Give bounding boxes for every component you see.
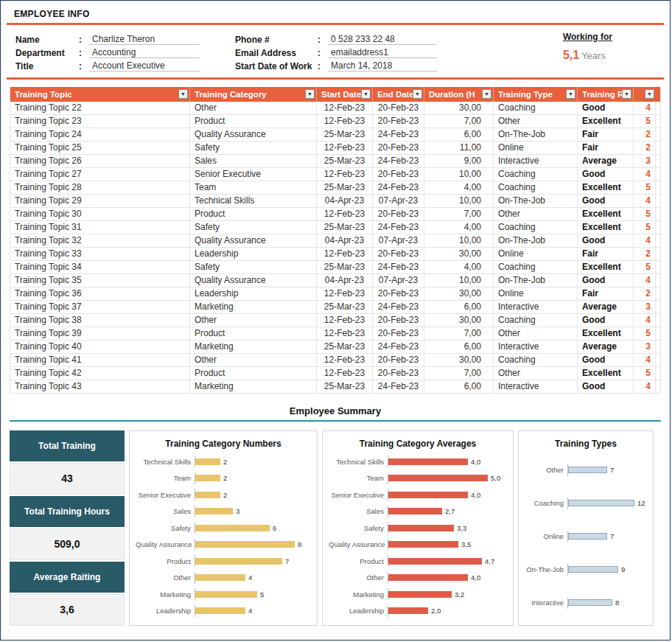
table-cell[interactable]: 24-Feb-23 xyxy=(373,380,424,393)
table-cell[interactable]: On-The-Job xyxy=(494,128,578,141)
table-cell[interactable]: Product xyxy=(190,115,317,128)
table-cell[interactable]: Fair xyxy=(578,128,634,141)
info-field-value[interactable]: Charlize Theron xyxy=(89,34,200,45)
table-cell[interactable]: 12-Feb-23 xyxy=(317,314,373,327)
table-cell[interactable]: 5 xyxy=(634,208,656,220)
table-cell[interactable]: Coaching xyxy=(494,168,578,181)
table-cell[interactable]: Fair xyxy=(578,287,634,300)
table-cell[interactable]: 3 xyxy=(634,341,656,353)
table-cell[interactable]: Excellent xyxy=(578,221,634,234)
filter-dropdown-icon[interactable]: ▼ xyxy=(482,89,491,99)
table-cell[interactable]: Product xyxy=(190,208,317,220)
table-cell[interactable]: Training Topic 23 xyxy=(10,115,190,128)
table-cell[interactable]: Other xyxy=(190,102,317,114)
table-cell[interactable]: 25-Mar-23 xyxy=(317,380,373,393)
table-cell[interactable]: Leadership xyxy=(190,287,317,300)
table-cell[interactable]: Quality Assurance xyxy=(190,128,317,141)
table-cell[interactable]: 6,00 xyxy=(424,341,494,353)
table-cell[interactable]: 12-Feb-23 xyxy=(317,248,373,260)
table-cell[interactable]: Product xyxy=(190,327,317,340)
table-cell[interactable]: 24-Feb-23 xyxy=(373,128,424,141)
table-cell[interactable]: 4 xyxy=(634,234,656,247)
table-cell[interactable]: Senior Executive xyxy=(190,168,317,181)
table-cell[interactable]: 24-Feb-23 xyxy=(373,181,424,194)
table-cell[interactable]: 5 xyxy=(634,327,656,340)
table-cell[interactable]: Training Topic 24 xyxy=(10,128,190,141)
table-cell[interactable]: Excellent xyxy=(578,367,634,380)
table-cell[interactable]: Training Topic 38 xyxy=(10,314,190,327)
table-cell[interactable]: 11,00 xyxy=(424,142,494,154)
table-cell[interactable]: 20-Feb-23 xyxy=(373,314,424,327)
table-cell[interactable]: 7,00 xyxy=(424,208,494,220)
filter-dropdown-icon[interactable]: ▼ xyxy=(178,89,188,99)
table-cell[interactable]: 20-Feb-23 xyxy=(373,168,424,181)
table-cell[interactable]: Excellent xyxy=(578,208,634,220)
table-cell[interactable]: Other xyxy=(494,115,578,128)
table-cell[interactable]: Coaching xyxy=(494,354,578,366)
table-cell[interactable]: 25-Mar-23 xyxy=(317,128,373,141)
table-cell[interactable]: 7,00 xyxy=(424,115,494,128)
table-cell[interactable]: 30,00 xyxy=(424,287,494,300)
info-field-value[interactable]: Account Executive xyxy=(89,60,200,71)
table-cell[interactable]: Average xyxy=(578,301,634,313)
table-cell[interactable]: Training Topic 30 xyxy=(10,208,190,220)
table-cell[interactable]: Technical Skills xyxy=(190,195,317,207)
table-cell[interactable]: 24-Feb-23 xyxy=(373,221,424,234)
table-cell[interactable]: Training Topic 27 xyxy=(10,168,190,181)
table-cell[interactable]: Marketing xyxy=(190,341,317,353)
table-cell[interactable]: 5 xyxy=(634,115,656,128)
table-cell[interactable]: Training Topic 26 xyxy=(10,155,190,167)
table-cell[interactable]: Good xyxy=(578,168,634,181)
table-cell[interactable]: On-The-Job xyxy=(494,274,578,287)
table-cell[interactable]: Good xyxy=(578,102,634,114)
table-cell[interactable]: 5 xyxy=(634,367,656,380)
info-field-value[interactable]: March 14, 2018 xyxy=(328,60,437,71)
table-cell[interactable]: Excellent xyxy=(578,181,634,194)
table-cell[interactable]: Good xyxy=(578,274,634,287)
table-cell[interactable]: Other xyxy=(190,354,317,366)
table-cell[interactable]: Fair xyxy=(578,142,634,154)
table-cell[interactable]: On-The-Job xyxy=(494,234,578,247)
table-cell[interactable]: Training Topic 42 xyxy=(10,367,190,380)
table-cell[interactable]: 20-Feb-23 xyxy=(373,208,424,220)
table-cell[interactable]: 12-Feb-23 xyxy=(317,287,373,300)
table-cell[interactable]: 4,00 xyxy=(424,221,494,234)
info-field-value[interactable]: 0 528 233 22 48 xyxy=(328,34,437,45)
table-cell[interactable]: 4 xyxy=(634,314,656,327)
table-cell[interactable]: Marketing xyxy=(190,380,317,393)
table-cell[interactable]: Coaching xyxy=(494,102,578,114)
table-cell[interactable]: Excellent xyxy=(578,115,634,128)
table-cell[interactable]: 5 xyxy=(634,181,656,194)
table-cell[interactable]: Coaching xyxy=(494,181,578,194)
filter-dropdown-icon[interactable]: ▼ xyxy=(645,89,654,99)
table-cell[interactable]: Quality Assurance xyxy=(190,234,317,247)
table-cell[interactable]: 5 xyxy=(634,221,656,234)
table-cell[interactable]: 4,00 xyxy=(424,181,494,194)
table-cell[interactable]: 12-Feb-23 xyxy=(317,115,373,128)
table-cell[interactable]: Interactive xyxy=(494,341,578,353)
table-cell[interactable]: Training Topic 22 xyxy=(10,102,190,114)
table-cell[interactable]: Training Topic 41 xyxy=(10,354,190,366)
table-cell[interactable]: Coaching xyxy=(494,221,578,234)
filter-dropdown-icon[interactable]: ▼ xyxy=(622,89,631,99)
table-cell[interactable]: Online xyxy=(494,248,578,260)
table-cell[interactable]: 2 xyxy=(634,142,656,154)
table-cell[interactable]: 24-Feb-23 xyxy=(373,261,424,273)
table-cell[interactable]: Marketing xyxy=(190,301,317,313)
table-cell[interactable]: 10,00 xyxy=(424,168,494,181)
table-cell[interactable]: 12-Feb-23 xyxy=(317,168,373,181)
table-cell[interactable]: 4,00 xyxy=(424,261,494,273)
table-cell[interactable]: 4 xyxy=(634,195,656,207)
table-cell[interactable]: 25-Mar-23 xyxy=(317,181,373,194)
table-cell[interactable]: Safety xyxy=(190,142,317,154)
table-cell[interactable]: Average xyxy=(578,341,634,353)
table-cell[interactable]: 12-Feb-23 xyxy=(317,102,373,114)
table-cell[interactable]: 30,00 xyxy=(424,314,494,327)
table-cell[interactable]: Training Topic 28 xyxy=(10,181,190,194)
table-cell[interactable]: 04-Apr-23 xyxy=(317,195,373,207)
table-cell[interactable]: Other xyxy=(494,327,578,340)
table-cell[interactable]: Team xyxy=(190,181,317,194)
table-cell[interactable]: Training Topic 34 xyxy=(10,261,190,273)
table-cell[interactable]: 5 xyxy=(634,261,656,273)
table-cell[interactable]: Interactive xyxy=(494,301,578,313)
